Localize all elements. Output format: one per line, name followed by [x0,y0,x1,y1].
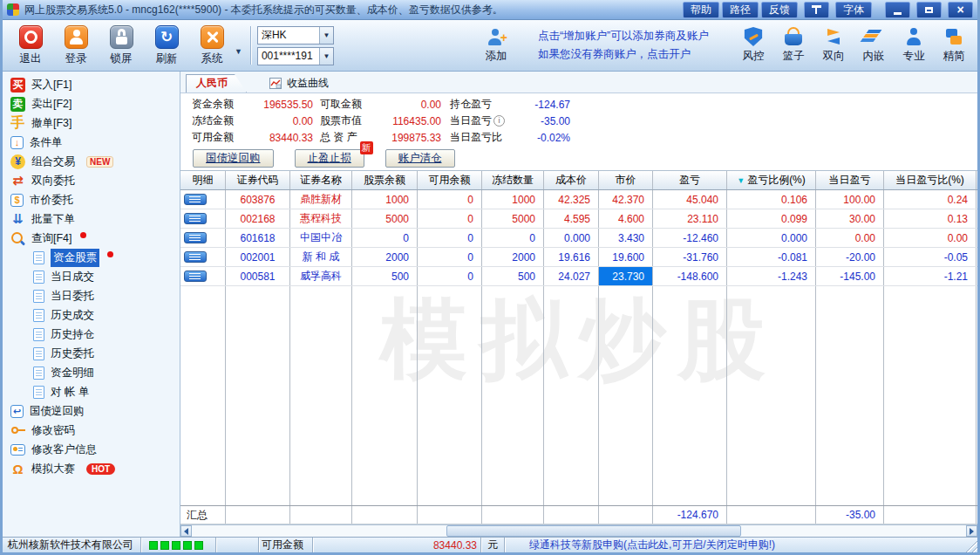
detail-button[interactable] [184,251,207,263]
sidebar-item-twoway[interactable]: 双向委托 [3,171,180,190]
cell-price[interactable]: 23.730 [599,267,653,285]
toolbar-basket-button[interactable]: 篮子 [773,20,813,71]
ipo-notice-link[interactable]: 绿通科技等新股申购(点击此处,可开启/关闭定时申购!) [505,538,964,552]
sidebar-item-history-holdings[interactable]: 历史持仓 [3,325,180,344]
cell-pnl[interactable]: -12.460 [653,229,727,247]
cell-balance[interactable]: 2000 [352,248,418,266]
header-cell-code[interactable]: 证券代码 [226,171,290,189]
cell-name[interactable]: 鼎胜新材 [290,190,352,209]
pin-button[interactable] [804,2,829,18]
sidebar-item-history-orders[interactable]: 历史委托 [3,344,180,363]
cell-available[interactable]: 0 [418,229,482,247]
tab-rmb[interactable]: 人民币 [186,74,247,92]
cell-cost[interactable]: 0.000 [544,229,599,247]
cell-day-pnl-ratio[interactable]: 0.00 [884,229,977,247]
cell-day-pnl-ratio[interactable]: 0.24 [884,190,977,209]
header-cell-detail[interactable]: 明细 [180,171,226,189]
sidebar-item-condition[interactable]: 条件单 [3,133,180,152]
cell-price[interactable]: 42.370 [599,190,653,209]
cell-frozen[interactable]: 500 [482,267,544,285]
header-cell-balance[interactable]: 股票余额 [352,171,418,189]
cell-cost[interactable]: 24.027 [544,267,599,285]
cell-pnl-ratio[interactable]: 0.099 [727,209,816,228]
sidebar-item-buy[interactable]: 买入[F1] [3,75,180,94]
market-dropdown[interactable]: 深HK ▼ [257,26,334,45]
cell-pnl[interactable]: 23.110 [653,209,727,228]
cell-name[interactable]: 新 和 成 [290,248,352,266]
scroll-left-arrow[interactable] [180,525,192,537]
add-account-button[interactable]: + 添加 [473,20,519,71]
cell-name[interactable]: 中国中冶 [290,229,352,247]
tab-profit-curve[interactable]: 收益曲线 [269,74,329,92]
cell-balance[interactable]: 1000 [352,190,418,209]
action-button-账户清仓[interactable]: 账户清仓 [385,149,455,168]
cell-frozen[interactable]: 5000 [482,209,544,228]
scroll-right-arrow[interactable] [966,525,977,537]
detail-button[interactable] [184,271,207,282]
cell-frozen[interactable]: 0 [482,229,544,247]
cell-balance[interactable]: 500 [352,267,418,285]
sidebar-item-marketprice[interactable]: 市价委托 [3,190,180,209]
cell-pnl[interactable]: 45.040 [653,190,727,209]
cell-available[interactable]: 0 [418,248,482,266]
horizontal-scrollbar[interactable] [180,524,977,537]
header-cell-pnl[interactable]: 盈亏 [653,171,727,189]
maximize-button[interactable] [916,2,942,18]
action-button-国债逆回购[interactable]: 国债逆回购 [193,149,274,168]
cell-day-pnl[interactable]: -145.00 [816,267,884,285]
header-cell-price[interactable]: 市价 [599,171,653,189]
header-cell-day-pnl[interactable]: 当日盈亏 [816,171,884,189]
toolbar-simple-button[interactable]: 精简 [934,20,974,71]
toolbar-exit-button[interactable]: 退出 [8,20,53,71]
sidebar-item-day-orders[interactable]: 当日委托 [3,286,180,305]
toolbar-login-button[interactable]: 登录 [53,20,99,71]
cell-day-pnl[interactable]: -20.00 [816,248,884,266]
cell-pnl-ratio[interactable]: 0.000 [727,229,816,247]
sidebar-item-repo[interactable]: 国债逆回购 [3,401,180,421]
header-cell-frozen[interactable]: 冻结数量 [482,171,544,189]
cell-day-pnl-ratio[interactable]: -1.21 [884,267,977,285]
detail-button[interactable] [184,194,207,205]
cell-cost[interactable]: 19.616 [544,248,599,266]
cell-code[interactable]: 603876 [226,190,290,209]
toolbar-risk-button[interactable]: 风控 [733,20,773,71]
titlebar-button-路径[interactable]: 路径 [722,2,759,18]
cell-available[interactable]: 0 [418,209,482,228]
promo-line2-open-account-link[interactable]: 如果您没有券商账户，点击开户 [538,47,709,62]
detail-button[interactable] [184,232,207,243]
sidebar-item-day-deals[interactable]: 当日成交 [3,267,180,286]
account-dropdown[interactable]: 001****191 ▼ [257,47,334,65]
cell-available[interactable]: 0 [418,190,482,209]
resize-grip[interactable] [964,538,977,552]
cell-day-pnl-ratio[interactable]: 0.13 [884,209,977,228]
header-cell-pnl-ratio[interactable]: ▼盈亏比例(%) [727,171,816,189]
cell-balance[interactable]: 0 [352,229,418,247]
info-icon[interactable]: i [493,115,505,127]
sidebar-item-sell[interactable]: 卖出[F2] [3,94,180,113]
titlebar-button-反馈[interactable]: 反馈 [761,2,798,18]
titlebar-button-帮助[interactable]: 帮助 [683,2,719,18]
header-cell-name[interactable]: 证券名称 [290,171,352,189]
sidebar-item-query[interactable]: 查询[F4] [3,229,180,248]
cell-cost[interactable]: 42.325 [544,190,599,209]
header-cell-available[interactable]: 可用余额 [418,171,482,189]
sidebar-item-history-deals[interactable]: 历史成交 [3,305,180,325]
cell-pnl[interactable]: -148.600 [653,267,727,285]
cell-cost[interactable]: 4.595 [544,209,599,228]
cell-price[interactable]: 4.600 [599,209,653,228]
header-cell-cost[interactable]: 成本价 [544,171,599,189]
font-button[interactable]: 字体 [835,2,872,18]
cell-pnl-ratio[interactable]: -0.081 [727,248,816,266]
sidebar-item-portfolio[interactable]: 组合交易NEW [3,152,180,171]
toolbar-refresh-button[interactable]: 刷新 [144,20,189,71]
cell-code[interactable]: 002168 [226,209,290,228]
cell-name[interactable]: 惠程科技 [290,209,352,228]
sidebar-item-password[interactable]: 修改密码 [3,421,180,440]
cell-frozen[interactable]: 2000 [482,248,544,266]
cell-code[interactable]: 000581 [226,267,290,285]
minimize-button[interactable] [885,2,910,18]
cell-day-pnl[interactable]: 0.00 [816,229,884,247]
sidebar-item-cancel[interactable]: 撤单[F3] [3,113,180,133]
toolbar-lock-button[interactable]: 锁屏 [99,20,144,71]
cell-name[interactable]: 威孚高科 [290,267,352,285]
